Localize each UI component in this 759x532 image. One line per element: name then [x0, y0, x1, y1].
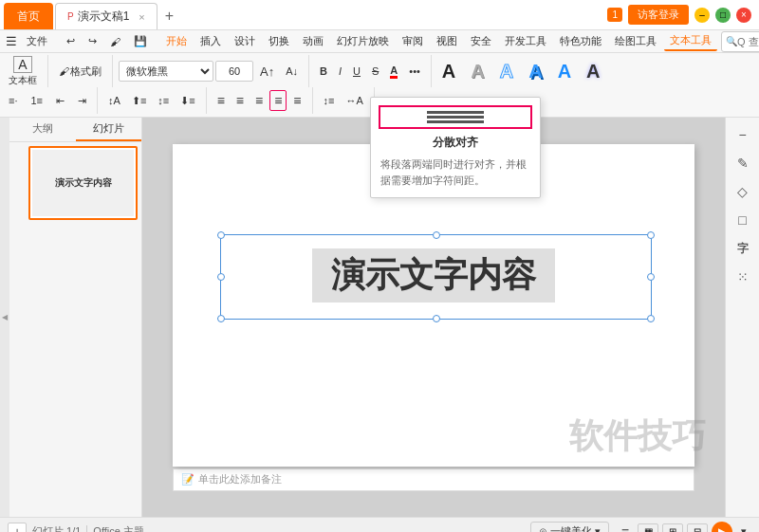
- align-center-button[interactable]: ≡: [231, 90, 249, 111]
- rt-rect-button[interactable]: □: [730, 207, 756, 233]
- indent-more-button[interactable]: ⇥: [73, 92, 91, 110]
- menu-undo[interactable]: ↩: [61, 33, 81, 49]
- window-close-button[interactable]: ×: [736, 8, 751, 23]
- text-style-glow-button[interactable]: A: [582, 58, 604, 85]
- align-top-button[interactable]: ⬆≡: [127, 92, 151, 110]
- rt-point-button[interactable]: ⁙: [730, 264, 756, 290]
- tab-doc[interactable]: P 演示文稿1 ×: [55, 3, 157, 29]
- view-grid-button[interactable]: ⊞: [662, 523, 683, 533]
- text-style-plain-button[interactable]: A: [437, 58, 460, 85]
- menu-view[interactable]: 视图: [431, 32, 463, 50]
- theme-label: Office 主题: [93, 524, 144, 532]
- slide-panel: 大纲 幻灯片 1 演示文字内容: [9, 118, 142, 517]
- rt-text-button[interactable]: 字: [730, 235, 756, 262]
- visit-login-button[interactable]: 访客登录: [628, 5, 689, 25]
- font-name-select[interactable]: 微软雅黑: [119, 61, 213, 82]
- play-button[interactable]: ▶: [712, 522, 732, 533]
- format-painter-button[interactable]: 🖌 格式刷: [54, 62, 106, 82]
- left-collapse-panel[interactable]: ◀: [0, 118, 9, 517]
- menu-file[interactable]: 文件: [21, 32, 53, 50]
- strikethrough-button[interactable]: S: [367, 63, 383, 80]
- list-bullet-button[interactable]: ≡·: [4, 92, 22, 109]
- add-slide-button[interactable]: +: [8, 523, 27, 533]
- tab-slides[interactable]: 幻灯片: [76, 118, 142, 141]
- play-options-button[interactable]: ▾: [736, 523, 751, 532]
- font-size-decrease-button[interactable]: A↓: [281, 63, 303, 80]
- handle-middle-left[interactable]: [217, 273, 225, 281]
- title-tabs: 首页 P 演示文稿1 × +: [0, 0, 181, 29]
- window-minimize-button[interactable]: –: [694, 8, 710, 23]
- line-spacing-button[interactable]: ↕≡: [319, 92, 340, 109]
- menu-redo[interactable]: ↪: [83, 33, 102, 49]
- menu-draw-tools[interactable]: 绘图工具: [609, 32, 662, 50]
- align-popup-icon-container: [379, 105, 532, 129]
- view-notes-button[interactable]: ⊟: [687, 523, 708, 533]
- menu-animation[interactable]: 动画: [297, 32, 329, 50]
- indent-less-button[interactable]: ⇤: [51, 92, 69, 110]
- italic-button[interactable]: I: [334, 63, 346, 80]
- menu-format-painter[interactable]: 🖌: [104, 34, 126, 49]
- menu-slideshow[interactable]: 幻灯片放映: [331, 32, 395, 50]
- menu-security[interactable]: 安全: [465, 32, 497, 50]
- handle-top-left[interactable]: [217, 231, 225, 239]
- doc-icon: P: [67, 11, 74, 22]
- search-input[interactable]: [737, 36, 759, 47]
- beauty-button[interactable]: ⊙ 一键美化 ▾: [530, 522, 609, 532]
- font-size-input[interactable]: [215, 61, 253, 82]
- bold-button[interactable]: B: [315, 63, 332, 80]
- text-style-3d-button[interactable]: A: [524, 58, 546, 85]
- menu-design[interactable]: 设计: [229, 32, 261, 50]
- handle-bottom-center[interactable]: [433, 315, 440, 322]
- tab-outline[interactable]: 大纲: [9, 118, 76, 141]
- underline-button[interactable]: U: [348, 63, 365, 80]
- text-style-shadow-button[interactable]: A: [466, 58, 489, 85]
- align-right-button[interactable]: ≡: [250, 90, 268, 111]
- handle-middle-right[interactable]: [647, 273, 655, 281]
- menu-developer[interactable]: 开发工具: [499, 32, 552, 50]
- rt-pen-button[interactable]: ✎: [730, 150, 756, 176]
- tab-close-icon[interactable]: ×: [139, 11, 144, 23]
- text-color-button[interactable]: A: [385, 62, 402, 82]
- text-style-outline-button[interactable]: A: [495, 58, 518, 85]
- handle-bottom-right[interactable]: [647, 315, 655, 322]
- align-justify-button[interactable]: ≡: [269, 90, 287, 111]
- search-box[interactable]: 🔍: [721, 31, 759, 52]
- tab-home[interactable]: 首页: [4, 3, 53, 29]
- user-count-badge: 1: [607, 8, 622, 22]
- align-left-button[interactable]: ≡: [213, 90, 230, 111]
- text-style-reflect-button[interactable]: A: [553, 58, 576, 85]
- slide-thumbnail[interactable]: 演示文字内容: [28, 146, 138, 220]
- char-spacing-button[interactable]: ↔A: [341, 92, 367, 109]
- textbox-button[interactable]: A 文本框: [4, 53, 42, 90]
- menu-text-tools[interactable]: 文本工具: [664, 31, 717, 51]
- align-distributed-button[interactable]: ≡: [288, 90, 305, 111]
- menu-start[interactable]: 开始: [160, 32, 193, 50]
- new-tab-button[interactable]: +: [157, 3, 181, 29]
- menu-insert[interactable]: 插入: [194, 32, 227, 50]
- slide-list: 1 演示文字内容: [9, 142, 141, 517]
- text-direction-button[interactable]: ↕A: [103, 92, 125, 109]
- slide-main-text[interactable]: 演示文字内容: [312, 248, 555, 303]
- handle-bottom-left[interactable]: [217, 315, 225, 322]
- main-text-container[interactable]: 演示文字内容: [230, 248, 638, 303]
- handle-top-center[interactable]: [433, 231, 440, 239]
- handle-top-right[interactable]: [647, 231, 655, 239]
- menu-save[interactable]: 💾: [128, 33, 153, 49]
- align-bottom-button[interactable]: ⬇≡: [176, 92, 199, 110]
- font-size-increase-button[interactable]: A↑: [255, 62, 279, 82]
- rt-shape-button[interactable]: ◇: [730, 178, 756, 205]
- menu-transition[interactable]: 切换: [263, 32, 295, 50]
- menu-review[interactable]: 审阅: [397, 32, 429, 50]
- view-normal-button[interactable]: ▦: [638, 523, 658, 533]
- list-number-button[interactable]: 1≡: [26, 92, 47, 109]
- textbox-icon: A: [13, 56, 31, 73]
- more-format-button[interactable]: •••: [404, 63, 425, 80]
- textbox-label: 文本框: [9, 74, 37, 87]
- menu-features[interactable]: 特色功能: [554, 32, 607, 50]
- rt-collapse-button[interactable]: −: [730, 121, 756, 148]
- notes-bar[interactable]: 📝 单击此处添加备注: [173, 468, 694, 491]
- align-middle-button[interactable]: ↕≡: [153, 92, 174, 109]
- window-maximize-button[interactable]: □: [715, 8, 731, 23]
- menu-icon-hamburger[interactable]: ☰: [6, 34, 17, 48]
- layout-button[interactable]: ≡: [617, 522, 634, 533]
